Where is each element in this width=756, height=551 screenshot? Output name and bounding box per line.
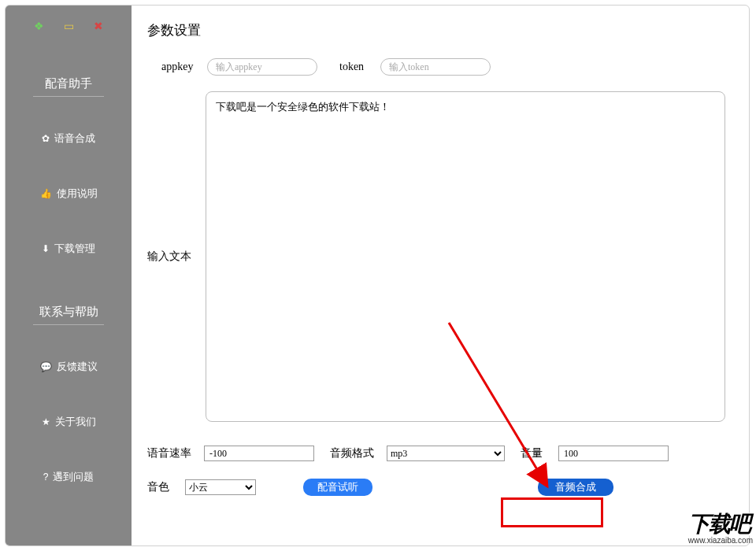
minimize-icon[interactable]: ❖ [32,20,45,32]
format-select[interactable]: mp3 [387,446,505,461]
sidebar-item-label: 语音合成 [54,131,95,146]
sidebar-item-help[interactable]: ? 遇到问题 [6,462,132,492]
close-icon[interactable]: ✖ [92,20,105,32]
sidebar-item-about[interactable]: ★ 关于我们 [6,407,132,437]
token-label: token [339,61,374,73]
sidebar-item-label: 使用说明 [57,187,98,201]
sidebar-item-download-mgr[interactable]: ⬇ 下载管理 [6,234,132,264]
preview-button[interactable]: 配音试听 [303,479,372,496]
maximize-icon[interactable]: ▭ [62,20,75,32]
download-icon: ⬇ [42,243,50,254]
app-frame: ❖ ▭ ✖ 配音助手 ✿ 语音合成 👍 使用说明 ⬇ 下载管理 联系与帮助 💬 … [5,5,750,546]
synth-button[interactable]: 音频合成 [538,479,613,496]
input-textarea[interactable] [206,91,725,422]
token-input[interactable] [380,58,491,76]
window-controls: ❖ ▭ ✖ [32,20,105,32]
format-label: 音频格式 [330,446,380,460]
sidebar-item-label: 下载管理 [54,242,95,256]
appkey-input[interactable] [207,58,317,76]
voice-label: 音色 [147,480,179,494]
speed-input[interactable] [204,446,314,461]
sidebar-item-label: 关于我们 [55,415,96,429]
watermark: 下载吧 www.xiazaiba.com [688,509,753,545]
speed-label: 语音速率 [147,446,198,460]
sidebar-item-label: 遇到问题 [53,470,94,484]
star-icon: ★ [42,416,50,427]
main-panel: 参数设置 appkey token 输入文本 语音速率 音频格式 [132,6,749,545]
sidebar-item-label: 反馈建议 [57,360,98,374]
watermark-url: www.xiazaiba.com [688,536,753,545]
chat-icon: 💬 [40,361,52,372]
thumbs-up-icon: 👍 [40,188,52,199]
sidebar-section-title-1: 配音助手 [33,72,104,97]
appkey-label: appkey [161,61,201,73]
volume-input[interactable] [558,446,669,461]
sidebar-item-voice-synth[interactable]: ✿ 语音合成 [6,124,132,153]
gear-icon: ✿ [42,133,50,144]
sidebar: ❖ ▭ ✖ 配音助手 ✿ 语音合成 👍 使用说明 ⬇ 下载管理 联系与帮助 💬 … [6,6,132,545]
sidebar-section-title-2: 联系与帮助 [33,300,104,325]
sidebar-item-feedback[interactable]: 💬 反馈建议 [6,352,132,382]
watermark-text: 下载吧 [688,509,753,539]
page-title: 参数设置 [147,21,727,39]
question-icon: ? [43,471,49,483]
voice-select[interactable]: 小云 [185,479,256,495]
volume-label: 音量 [521,446,552,460]
input-text-label: 输入文本 [147,250,198,264]
sidebar-item-instructions[interactable]: 👍 使用说明 [6,179,132,209]
